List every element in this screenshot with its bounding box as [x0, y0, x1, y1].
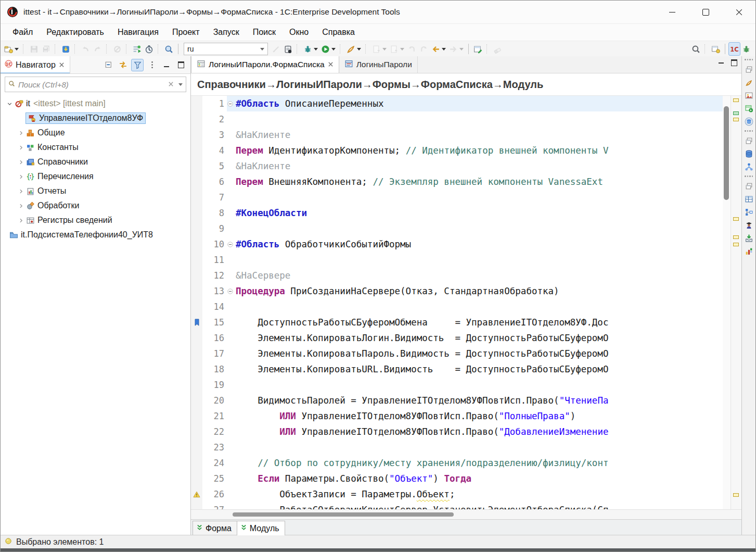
warning-mark[interactable] — [733, 118, 739, 121]
horizontal-scrollbar[interactable] — [191, 509, 741, 519]
profiler-button[interactable] — [143, 42, 155, 56]
restore-pane-icon[interactable] — [744, 136, 754, 145]
close-button[interactable] — [722, 1, 755, 23]
menu-item-8[interactable]: Справка — [315, 24, 362, 41]
perspective-1c-button[interactable]: 1С — [728, 42, 740, 56]
debug-button[interactable] — [302, 42, 319, 56]
tree-item-справочники[interactable]: Справочники — [1, 155, 190, 169]
menu-item-2[interactable]: Редактировать — [40, 24, 111, 41]
search-button[interactable] — [690, 42, 702, 56]
check-problems-button[interactable] — [282, 42, 294, 56]
menu-item-5[interactable]: Запуск — [207, 24, 246, 41]
image-view-icon[interactable] — [744, 91, 754, 100]
tab-navigator[interactable]: 1С Навигатор — [1, 56, 70, 73]
editor-tab-2[interactable]: ЛогиныПароли — [339, 56, 418, 73]
previous-annotation-button[interactable] — [388, 42, 406, 56]
vertical-scrollbar-thumb[interactable] — [724, 106, 729, 200]
metrics-icon[interactable] — [744, 246, 754, 256]
forward-button[interactable] — [447, 42, 465, 56]
tree-item-отчеты[interactable]: Отчеты — [1, 184, 190, 198]
horizontal-scrollbar-thumb[interactable] — [233, 512, 454, 517]
data-search-button[interactable] — [163, 42, 175, 56]
filter-icon[interactable] — [131, 59, 144, 71]
navigator-search-input[interactable]: Поиск (Ctrl+8) — [5, 77, 186, 92]
next-annotation-button[interactable] — [370, 42, 388, 56]
editor-tab-1[interactable]: ЛогиныИПароли.ФормаСписка — [191, 56, 339, 73]
export-configuration-button[interactable] — [60, 42, 72, 56]
toggle-occurrences-button[interactable] — [111, 42, 123, 56]
save-all-button[interactable] — [40, 42, 52, 56]
run-button[interactable] — [319, 42, 337, 56]
view-menu-icon[interactable] — [146, 59, 158, 71]
structure-icon[interactable] — [744, 207, 754, 217]
chevron-right-icon[interactable] — [16, 143, 25, 152]
code-editor[interactable]: 1#Область ОписаниеПеременных23&НаКлиенте… — [191, 96, 723, 509]
table-view-icon[interactable] — [744, 194, 754, 204]
chevron-right-icon[interactable] — [16, 157, 25, 167]
import-icon[interactable] — [744, 233, 754, 243]
menu-item-7[interactable]: Окно — [283, 24, 315, 41]
chevron-right-icon[interactable] — [16, 216, 25, 225]
minimize-view-icon[interactable] — [160, 59, 173, 71]
close-icon[interactable] — [328, 60, 334, 69]
warning-mark[interactable] — [733, 217, 739, 221]
database-icon[interactable] — [744, 149, 754, 158]
chevron-right-icon[interactable] — [16, 128, 25, 137]
tree-item-перечисления[interactable]: {}Перечисления — [1, 169, 190, 184]
chevron-right-icon[interactable] — [16, 201, 25, 210]
menu-item-1[interactable]: Файл — [6, 24, 40, 41]
tree-item-it-подсистемателефонии40-уит8[interactable]: it.ПодсистемаТелефонии40_УИТ8 — [1, 228, 190, 242]
bottom-tab-форма[interactable]: Форма — [193, 521, 237, 535]
menu-item-6[interactable]: Поиск — [246, 24, 283, 41]
chevron-right-icon[interactable] — [16, 186, 25, 196]
collapse-all-icon[interactable] — [102, 59, 114, 71]
last-edit-location-button[interactable] — [472, 42, 484, 56]
tree-item-it[interactable]: it<ittest> [ittest main] — [1, 96, 190, 111]
overview-ruler[interactable] — [731, 96, 741, 509]
redo-button[interactable] — [92, 42, 104, 56]
maximize-view-icon[interactable] — [175, 59, 187, 71]
style-pen-icon[interactable] — [744, 78, 754, 87]
next-edit-button[interactable] — [418, 42, 430, 56]
save-button[interactable] — [28, 42, 40, 56]
restore-pane-icon[interactable] — [744, 65, 754, 74]
data-flow-icon[interactable] — [744, 162, 754, 171]
occurrence-mark[interactable] — [733, 111, 739, 115]
chevron-down-icon[interactable] — [5, 99, 14, 108]
maximize-button[interactable] — [689, 1, 722, 23]
link-with-editor-icon[interactable] — [117, 59, 129, 71]
warning-mark[interactable] — [733, 98, 739, 102]
tutorial-icon[interactable] — [744, 220, 754, 230]
language-combo[interactable]: ru — [184, 43, 268, 55]
tree-item-общие[interactable]: Общие — [1, 126, 190, 140]
vertical-scrollbar[interactable] — [723, 96, 731, 509]
new-wizard-button[interactable] — [3, 42, 20, 56]
perspective-debug-button[interactable] — [740, 42, 752, 56]
search-options-icon[interactable] — [178, 83, 183, 86]
warning-mark[interactable] — [733, 235, 739, 239]
restore-pane-icon[interactable] — [744, 181, 754, 191]
form-preview-icon[interactable] — [744, 104, 754, 113]
bottom-tab-модуль[interactable]: Модуль — [237, 521, 285, 535]
data-view-icon[interactable] — [744, 117, 754, 126]
warning-mark[interactable] — [733, 493, 739, 497]
menu-item-4[interactable]: Проект — [165, 24, 207, 41]
fold-minus-icon[interactable] — [227, 96, 236, 111]
undo-button[interactable] — [80, 42, 92, 56]
fold-minus-icon[interactable] — [227, 236, 236, 252]
minimize-editor-icon[interactable] — [719, 62, 724, 64]
launch-button[interactable] — [345, 42, 363, 56]
chevron-right-icon[interactable] — [16, 172, 25, 181]
tree-item-константы[interactable]: Константы — [1, 140, 190, 155]
maximize-editor-icon[interactable] — [731, 59, 737, 66]
open-perspective-button[interactable] — [710, 42, 722, 56]
tree-item-обработки[interactable]: Обработки — [1, 198, 190, 213]
back-button[interactable] — [430, 42, 447, 56]
tree-item-регистры-сведений[interactable]: Регистры сведений — [1, 213, 190, 228]
close-icon[interactable] — [59, 60, 65, 70]
previous-edit-button[interactable] — [406, 42, 418, 56]
fold-minus-icon[interactable] — [227, 283, 236, 299]
warning-mark[interactable] — [733, 243, 739, 246]
validate-button[interactable] — [270, 42, 282, 56]
clear-search-icon[interactable] — [168, 80, 174, 89]
